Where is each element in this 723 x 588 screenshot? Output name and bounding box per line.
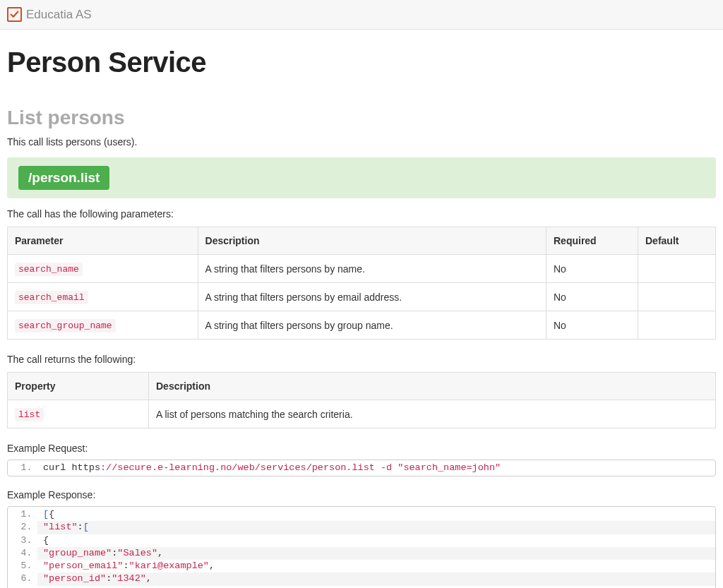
code-text: "person_id"	[43, 573, 106, 584]
return-desc: A list of persons matching the search cr…	[149, 400, 716, 428]
code-text: {	[49, 509, 54, 520]
table-row: search_name A string that filters person…	[8, 255, 716, 283]
table-row: search_group_name A string that filters …	[8, 311, 716, 340]
example-request-label: Example Request:	[7, 443, 716, 454]
param-required: No	[546, 311, 638, 340]
returns-intro: The call returns the following:	[7, 354, 716, 365]
params-table: Parameter Description Required Default s…	[7, 227, 716, 340]
table-row: list A list of persons matching the sear…	[8, 400, 716, 428]
example-response-code: [{ "list":[ { "group_name":"Sales", "per…	[7, 506, 716, 588]
code-text: :	[78, 522, 83, 532]
col-description: Description	[198, 227, 546, 255]
col-parameter: Parameter	[8, 227, 198, 255]
param-default	[638, 311, 716, 340]
code-text: [	[83, 522, 89, 532]
col-property: Property	[8, 373, 149, 400]
col-required: Required	[546, 227, 638, 255]
param-required: No	[546, 283, 638, 311]
topbar: Educatia AS	[0, 0, 723, 30]
col-default: Default	[638, 227, 716, 255]
brand-name[interactable]: Educatia AS	[26, 8, 92, 22]
code-text: "person_email"	[43, 560, 123, 571]
param-desc: A string that filters persons by name.	[198, 255, 546, 283]
endpoint-box: /person.list	[7, 157, 716, 198]
brand-logo-icon	[7, 7, 22, 22]
param-desc: A string that filters persons by email a…	[198, 283, 546, 311]
return-prop: list	[15, 408, 44, 421]
code-text: "list"	[43, 522, 78, 532]
code-text: "1342"	[112, 573, 146, 584]
code-text: curl https	[43, 462, 100, 473]
code-text: {	[43, 535, 49, 546]
example-response-label: Example Response:	[7, 489, 716, 500]
code-text: "Sales"	[117, 548, 157, 558]
param-name: search_name	[15, 263, 83, 276]
param-default	[638, 255, 716, 283]
params-intro: The call has the following parameters:	[7, 208, 716, 220]
section-title: List persons	[7, 107, 716, 129]
page-title: Person Service	[7, 47, 716, 78]
param-required: No	[546, 255, 638, 283]
endpoint-pill: /person.list	[18, 166, 109, 190]
code-text: "kari@example"	[129, 560, 209, 571]
returns-table: Property Description list A list of pers…	[7, 372, 716, 428]
code-text: [	[43, 509, 49, 520]
param-name: search_group_name	[15, 319, 116, 332]
table-row: search_email A string that filters perso…	[8, 283, 716, 311]
col-description: Description	[149, 373, 716, 400]
param-desc: A string that filters persons by group n…	[198, 311, 546, 340]
section-intro: This call lists persons (users).	[7, 136, 716, 148]
code-text: ://secure.e-learning.no/web/services/per…	[100, 462, 501, 473]
param-default	[638, 283, 716, 311]
code-text: "group_name"	[43, 548, 112, 558]
example-request-code: curl https://secure.e-learning.no/web/se…	[7, 460, 716, 476]
param-name: search_email	[15, 291, 88, 304]
content: Person Service List persons This call li…	[0, 47, 723, 588]
